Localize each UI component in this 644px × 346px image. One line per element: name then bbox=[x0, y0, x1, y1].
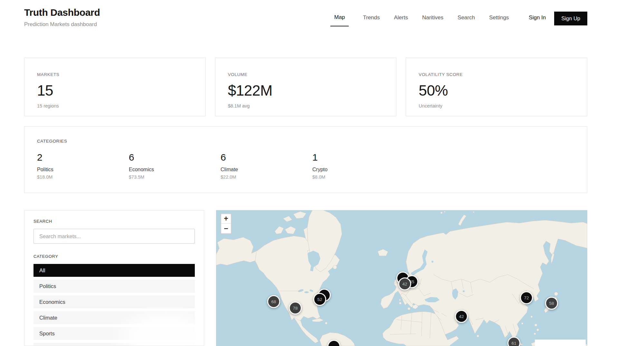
category-option-economics[interactable]: Economics bbox=[33, 295, 195, 308]
map-marker[interactable]: 78 bbox=[289, 302, 302, 314]
stat-value: 50% bbox=[419, 82, 574, 99]
stat-label: VOLATILITY SCORE bbox=[419, 72, 574, 77]
category-volume: $22.0M bbox=[221, 174, 312, 180]
category-volume: $8.0M bbox=[312, 174, 404, 180]
zoom-out-button[interactable]: − bbox=[221, 224, 231, 233]
category-filter-label: CATEGORY bbox=[33, 254, 195, 259]
map-marker[interactable]: 72 bbox=[520, 291, 533, 304]
stat-subtext: Uncertainty bbox=[419, 103, 574, 108]
map-marker[interactable]: 42 bbox=[455, 310, 468, 323]
stat-subtext: 15 regions bbox=[37, 103, 193, 108]
category-filter-list: All Politics Economics Climate Sports Cr… bbox=[33, 264, 195, 346]
category-col-politics: 2 Politics $18.0M bbox=[37, 152, 129, 180]
header: Truth Dashboard Prediction Markets dashb… bbox=[24, 0, 587, 41]
stat-subtext: $8.1M avg bbox=[228, 103, 384, 108]
map-marker-value: 42 bbox=[459, 314, 464, 319]
map-marker-value: 72 bbox=[524, 295, 529, 300]
map-marker-value: 68 bbox=[271, 299, 276, 304]
category-name: Economics bbox=[129, 167, 221, 173]
category-col-crypto: 1 Crypto $8.0M bbox=[312, 152, 404, 180]
category-name: Climate bbox=[221, 167, 312, 173]
stats-row: MARKETS 15 15 regions VOLUME $122M $8.1M… bbox=[24, 58, 587, 116]
categories-card: CATEGORIES 2 Politics $18.0M 6 Economics… bbox=[24, 126, 587, 193]
nav-item-settings[interactable]: Settings bbox=[489, 14, 509, 26]
stat-value: 15 bbox=[37, 82, 193, 99]
categories-grid: 2 Politics $18.0M 6 Economics $73.5M 6 C… bbox=[37, 152, 574, 180]
nav-item-search[interactable]: Search bbox=[458, 14, 475, 26]
map-marker-value: 61 bbox=[511, 341, 516, 346]
category-name: Politics bbox=[37, 167, 129, 173]
stat-card-markets: MARKETS 15 15 regions bbox=[24, 58, 206, 116]
category-count: 2 bbox=[37, 152, 129, 163]
filters-sidebar: SEARCH CATEGORY All Politics Economics C… bbox=[24, 210, 204, 346]
map-attribution bbox=[535, 340, 586, 346]
category-option-climate[interactable]: Climate bbox=[33, 311, 195, 324]
map-marker[interactable]: 52 bbox=[313, 293, 326, 306]
map-marker[interactable]: 68 bbox=[267, 295, 280, 308]
map-marker-value: 52 bbox=[317, 297, 322, 302]
category-col-climate: 6 Climate $22.0M bbox=[221, 152, 312, 180]
nav-item-trends[interactable]: Trends bbox=[363, 14, 380, 26]
stat-card-volatility: VOLATILITY SCORE 50% Uncertainty bbox=[406, 58, 587, 116]
nav-item-map[interactable]: Map bbox=[330, 14, 349, 26]
zoom-in-button[interactable]: + bbox=[221, 214, 231, 224]
stat-label: MARKETS bbox=[37, 72, 193, 77]
stat-card-volume: VOLUME $122M $8.1M avg bbox=[215, 58, 397, 116]
nav-item-alerts[interactable]: Alerts bbox=[394, 14, 408, 26]
category-option-crypto[interactable]: Crypto bbox=[33, 343, 195, 346]
map-marker[interactable]: 58 bbox=[545, 297, 558, 310]
category-name: Crypto bbox=[312, 167, 404, 173]
category-volume: $73.5M bbox=[129, 174, 221, 180]
search-label: SEARCH bbox=[33, 219, 195, 224]
search-input[interactable] bbox=[33, 229, 195, 244]
categories-label: CATEGORIES bbox=[37, 139, 574, 144]
category-volume: $18.0M bbox=[37, 174, 129, 180]
main-nav: Map Trends Alerts Naritives Search Setti… bbox=[320, 12, 587, 29]
category-count: 6 bbox=[129, 152, 221, 163]
category-option-politics[interactable]: Politics bbox=[33, 280, 195, 293]
category-option-all[interactable]: All bbox=[33, 264, 195, 277]
sign-up-button[interactable]: Sign Up bbox=[554, 12, 587, 25]
map-marker[interactable]: 42 bbox=[398, 277, 411, 290]
stat-label: VOLUME bbox=[228, 72, 384, 77]
map-marker-value: 78 bbox=[293, 306, 298, 311]
category-count: 6 bbox=[221, 152, 312, 163]
category-col-economics: 6 Economics $73.5M bbox=[129, 152, 221, 180]
category-option-sports[interactable]: Sports bbox=[33, 327, 195, 340]
map-marker-value: 42 bbox=[402, 282, 407, 286]
nav-item-naritives[interactable]: Naritives bbox=[422, 14, 443, 26]
stat-value: $122M bbox=[228, 82, 384, 99]
map-marker-value: 58 bbox=[549, 301, 554, 306]
map-zoom-control: + − bbox=[221, 213, 232, 234]
sign-in-link[interactable]: Sign In bbox=[529, 14, 546, 26]
world-map[interactable]: + − 526878854272584261 bbox=[216, 210, 587, 346]
category-count: 1 bbox=[312, 152, 404, 163]
